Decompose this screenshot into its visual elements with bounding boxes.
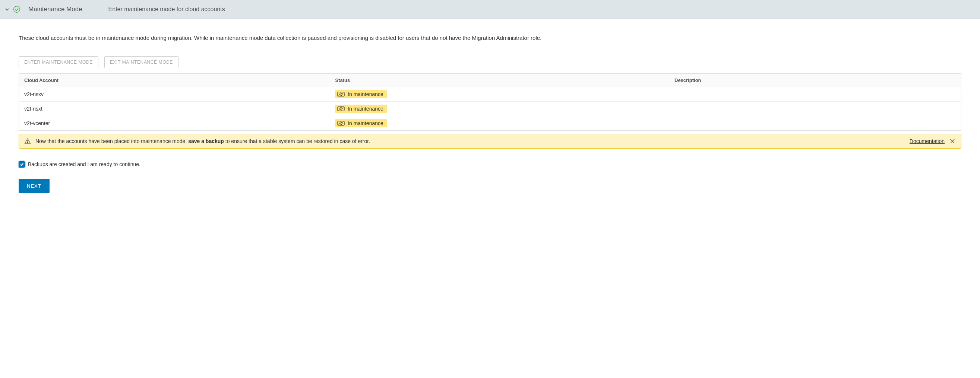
cell-status: In maintenance <box>330 87 669 101</box>
col-header-description: Description <box>669 73 961 87</box>
status-label: In maintenance <box>348 106 383 112</box>
col-header-status: Status <box>330 73 669 87</box>
exit-maintenance-button[interactable]: EXIT MAINTENANCE MODE <box>104 56 178 68</box>
table-row[interactable]: v2t-vcenter In maintenance <box>19 116 961 130</box>
cell-status: In maintenance <box>330 101 669 116</box>
status-badge: In maintenance <box>335 119 387 127</box>
success-check-icon <box>13 5 21 13</box>
cell-status: In maintenance <box>330 116 669 130</box>
status-label: In maintenance <box>348 120 383 126</box>
next-button[interactable]: NEXT <box>19 179 49 193</box>
step-title: Maintenance Mode <box>28 6 82 13</box>
chevron-down-icon[interactable] <box>4 6 10 13</box>
cell-description <box>669 87 961 101</box>
cell-account: v2t-nsxv <box>19 87 330 101</box>
description-text: These cloud accounts must be in maintena… <box>19 33 961 43</box>
main-content: These cloud accounts must be in maintena… <box>0 19 980 208</box>
action-button-row: ENTER MAINTENANCE MODE EXIT MAINTENANCE … <box>19 56 961 68</box>
backup-confirm-row: Backups are created and I am ready to co… <box>19 161 961 168</box>
enter-maintenance-button[interactable]: ENTER MAINTENANCE MODE <box>19 56 99 68</box>
close-icon[interactable] <box>950 138 956 144</box>
status-badge: In maintenance <box>335 90 387 98</box>
documentation-link[interactable]: Documentation <box>910 138 945 144</box>
svg-point-0 <box>14 6 20 13</box>
backup-confirm-label: Backups are created and I am ready to co… <box>28 161 140 167</box>
col-header-account: Cloud Account <box>19 73 330 87</box>
cell-description <box>669 101 961 116</box>
alert-bold: save a backup <box>188 138 224 144</box>
maintenance-icon <box>337 106 345 111</box>
backup-alert: Now that the accounts have been placed i… <box>19 134 961 149</box>
status-label: In maintenance <box>348 91 383 97</box>
step-header: Maintenance Mode Enter maintenance mode … <box>0 0 980 19</box>
alert-suffix: to ensure that a stable system can be re… <box>224 138 370 144</box>
status-badge: In maintenance <box>335 105 387 113</box>
step-subtitle: Enter maintenance mode for cloud account… <box>108 6 225 13</box>
accounts-table: Cloud Account Status Description v2t-nsx… <box>19 73 961 131</box>
backup-confirm-checkbox[interactable] <box>19 161 25 168</box>
table-row[interactable]: v2t-nsxt In maintenance <box>19 101 961 116</box>
cell-account: v2t-vcenter <box>19 116 330 130</box>
alert-prefix: Now that the accounts have been placed i… <box>35 138 188 144</box>
warning-icon <box>24 138 31 145</box>
maintenance-icon <box>337 121 345 126</box>
table-row[interactable]: v2t-nsxv In maintenance <box>19 87 961 101</box>
cell-account: v2t-nsxt <box>19 101 330 116</box>
alert-text: Now that the accounts have been placed i… <box>35 138 910 144</box>
maintenance-icon <box>337 92 345 97</box>
cell-description <box>669 116 961 130</box>
